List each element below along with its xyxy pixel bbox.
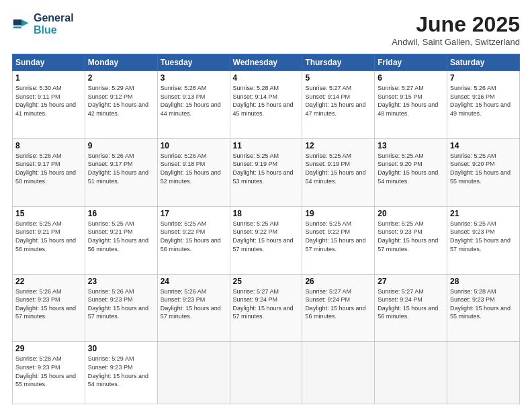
day-info: Sunrise: 5:25 AMSunset: 9:19 PMDaylight:… xyxy=(305,152,365,185)
title-block: June 2025 Andwil, Saint Gallen, Switzerl… xyxy=(392,12,520,47)
day-number: 21 xyxy=(450,209,517,218)
day-number: 16 xyxy=(88,209,154,218)
day-info: Sunrise: 5:27 AMSunset: 9:24 PMDaylight:… xyxy=(233,288,294,320)
logo: General Blue xyxy=(12,12,74,36)
day-number: 23 xyxy=(88,277,154,286)
day-number: 8 xyxy=(15,141,82,150)
calendar-table: Sunday Monday Tuesday Wednesday Thursday… xyxy=(12,54,520,404)
table-row: 18 Sunrise: 5:25 AMSunset: 9:22 PMDaylig… xyxy=(230,206,302,274)
day-info: Sunrise: 5:26 AMSunset: 9:18 PMDaylight:… xyxy=(161,152,221,185)
day-number: 5 xyxy=(305,73,371,83)
table-row: 26 Sunrise: 5:27 AMSunset: 9:24 PMDaylig… xyxy=(302,274,375,342)
day-number: 1 xyxy=(15,73,82,83)
calendar-header-row: Sunday Monday Tuesday Wednesday Thursday… xyxy=(13,54,520,71)
table-row: 6 Sunrise: 5:27 AMSunset: 9:15 PMDayligh… xyxy=(375,71,447,139)
day-info: Sunrise: 5:26 AMSunset: 9:23 PMDaylight:… xyxy=(15,288,76,320)
day-number: 12 xyxy=(305,141,371,150)
day-info: Sunrise: 5:25 AMSunset: 9:23 PMDaylight:… xyxy=(378,220,438,253)
calendar-week-row: 15 Sunrise: 5:25 AMSunset: 9:21 PMDaylig… xyxy=(13,206,520,274)
table-row xyxy=(375,342,447,404)
day-info: Sunrise: 5:27 AMSunset: 9:14 PMDaylight:… xyxy=(305,85,365,117)
day-info: Sunrise: 5:26 AMSunset: 9:23 PMDaylight:… xyxy=(161,288,221,320)
table-row: 20 Sunrise: 5:25 AMSunset: 9:23 PMDaylig… xyxy=(375,206,447,274)
day-number: 15 xyxy=(15,209,82,218)
location: Andwil, Saint Gallen, Switzerland xyxy=(392,37,520,47)
day-info: Sunrise: 5:27 AMSunset: 9:24 PMDaylight:… xyxy=(378,288,438,320)
day-number: 2 xyxy=(88,73,154,83)
table-row: 2 Sunrise: 5:29 AMSunset: 9:12 PMDayligh… xyxy=(85,71,157,139)
day-number: 11 xyxy=(233,141,300,150)
table-row: 17 Sunrise: 5:25 AMSunset: 9:22 PMDaylig… xyxy=(157,206,230,274)
day-info: Sunrise: 5:29 AMSunset: 9:23 PMDaylight:… xyxy=(88,355,148,387)
table-row xyxy=(302,342,375,404)
table-row: 25 Sunrise: 5:27 AMSunset: 9:24 PMDaylig… xyxy=(230,274,302,342)
day-info: Sunrise: 5:25 AMSunset: 9:22 PMDaylight:… xyxy=(305,220,365,253)
table-row: 29 Sunrise: 5:28 AMSunset: 9:23 PMDaylig… xyxy=(13,342,85,404)
col-sunday: Sunday xyxy=(13,54,85,71)
table-row: 9 Sunrise: 5:26 AMSunset: 9:17 PMDayligh… xyxy=(85,138,157,206)
table-row: 5 Sunrise: 5:27 AMSunset: 9:14 PMDayligh… xyxy=(302,71,375,139)
table-row xyxy=(157,342,230,404)
day-info: Sunrise: 5:27 AMSunset: 9:15 PMDaylight:… xyxy=(378,85,438,117)
table-row: 12 Sunrise: 5:25 AMSunset: 9:19 PMDaylig… xyxy=(302,138,375,206)
table-row: 4 Sunrise: 5:28 AMSunset: 9:14 PMDayligh… xyxy=(230,71,302,139)
calendar-week-row: 1 Sunrise: 5:30 AMSunset: 9:11 PMDayligh… xyxy=(13,71,520,139)
table-row: 10 Sunrise: 5:26 AMSunset: 9:18 PMDaylig… xyxy=(157,138,230,206)
day-info: Sunrise: 5:26 AMSunset: 9:17 PMDaylight:… xyxy=(88,152,148,185)
day-info: Sunrise: 5:25 AMSunset: 9:22 PMDaylight:… xyxy=(161,220,221,253)
col-wednesday: Wednesday xyxy=(230,54,302,71)
calendar-week-row: 22 Sunrise: 5:26 AMSunset: 9:23 PMDaylig… xyxy=(13,274,520,342)
calendar-week-row: 8 Sunrise: 5:26 AMSunset: 9:17 PMDayligh… xyxy=(13,138,520,206)
day-number: 9 xyxy=(88,141,154,150)
day-number: 18 xyxy=(233,209,300,218)
day-number: 14 xyxy=(450,141,517,150)
month-title: June 2025 xyxy=(392,12,520,37)
day-number: 30 xyxy=(88,344,154,353)
table-row: 15 Sunrise: 5:25 AMSunset: 9:21 PMDaylig… xyxy=(13,206,85,274)
day-number: 20 xyxy=(378,209,444,218)
day-number: 13 xyxy=(378,141,444,150)
table-row: 22 Sunrise: 5:26 AMSunset: 9:23 PMDaylig… xyxy=(13,274,85,342)
day-info: Sunrise: 5:28 AMSunset: 9:23 PMDaylight:… xyxy=(15,355,76,387)
table-row: 30 Sunrise: 5:29 AMSunset: 9:23 PMDaylig… xyxy=(85,342,157,404)
table-row: 8 Sunrise: 5:26 AMSunset: 9:17 PMDayligh… xyxy=(13,138,85,206)
day-info: Sunrise: 5:25 AMSunset: 9:19 PMDaylight:… xyxy=(233,152,294,185)
calendar-week-row: 29 Sunrise: 5:28 AMSunset: 9:23 PMDaylig… xyxy=(13,342,520,404)
logo-icon xyxy=(12,15,31,34)
table-row xyxy=(447,342,520,404)
day-info: Sunrise: 5:25 AMSunset: 9:22 PMDaylight:… xyxy=(233,220,294,253)
svg-marker-1 xyxy=(21,19,29,27)
table-row: 27 Sunrise: 5:27 AMSunset: 9:24 PMDaylig… xyxy=(375,274,447,342)
day-number: 4 xyxy=(233,73,300,83)
day-number: 24 xyxy=(161,277,227,286)
day-number: 7 xyxy=(450,73,517,83)
day-info: Sunrise: 5:26 AMSunset: 9:16 PMDaylight:… xyxy=(450,85,511,117)
table-row: 24 Sunrise: 5:26 AMSunset: 9:23 PMDaylig… xyxy=(157,274,230,342)
col-monday: Monday xyxy=(85,54,157,71)
day-number: 3 xyxy=(161,73,227,83)
page: General Blue June 2025 Andwil, Saint Gal… xyxy=(0,0,532,411)
day-number: 27 xyxy=(378,277,444,286)
svg-rect-2 xyxy=(13,27,21,29)
day-number: 19 xyxy=(305,209,371,218)
day-number: 29 xyxy=(15,344,82,353)
day-info: Sunrise: 5:25 AMSunset: 9:21 PMDaylight:… xyxy=(88,220,148,253)
day-number: 17 xyxy=(161,209,227,218)
day-number: 28 xyxy=(450,277,517,286)
day-info: Sunrise: 5:29 AMSunset: 9:12 PMDaylight:… xyxy=(88,85,148,117)
header: General Blue June 2025 Andwil, Saint Gal… xyxy=(12,12,520,47)
day-info: Sunrise: 5:30 AMSunset: 9:11 PMDaylight:… xyxy=(15,85,76,117)
table-row: 3 Sunrise: 5:28 AMSunset: 9:13 PMDayligh… xyxy=(157,71,230,139)
day-number: 6 xyxy=(378,73,444,83)
table-row: 16 Sunrise: 5:25 AMSunset: 9:21 PMDaylig… xyxy=(85,206,157,274)
day-number: 26 xyxy=(305,277,371,286)
day-info: Sunrise: 5:28 AMSunset: 9:14 PMDaylight:… xyxy=(233,85,294,117)
col-saturday: Saturday xyxy=(447,54,520,71)
col-friday: Friday xyxy=(375,54,447,71)
table-row xyxy=(230,342,302,404)
day-number: 22 xyxy=(15,277,82,286)
day-number: 10 xyxy=(161,141,227,150)
col-tuesday: Tuesday xyxy=(157,54,230,71)
table-row: 13 Sunrise: 5:25 AMSunset: 9:20 PMDaylig… xyxy=(375,138,447,206)
day-info: Sunrise: 5:26 AMSunset: 9:17 PMDaylight:… xyxy=(15,152,76,185)
